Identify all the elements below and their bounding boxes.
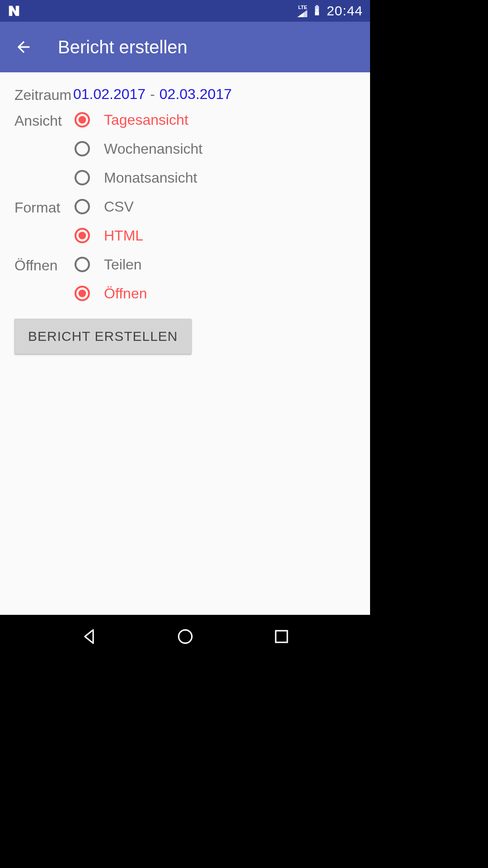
svg-point-2 [75,142,89,156]
radio-teilen[interactable]: Teilen [73,250,147,279]
ansicht-radiogroup: Tagesansicht Wochenansicht Monatsansicht [73,105,202,192]
radio-label: Tagesansicht [104,112,188,128]
date-from-link[interactable]: 01.02.2017 [73,86,145,103]
radio-unselected-icon [73,255,91,274]
form-content: Zeitraum 01.02.2017 - 02.03.2017 Ansicht… [0,72,370,367]
radio-label: CSV [104,198,134,215]
zeitraum-label: Zeitraum [14,85,69,104]
svg-point-6 [79,232,86,240]
svg-point-4 [75,200,89,213]
svg-point-9 [79,290,86,297]
status-left [7,4,21,18]
radio-label: HTML [104,227,143,244]
date-to-link[interactable]: 02.03.2017 [160,86,232,103]
nav-home-icon[interactable] [172,623,199,650]
ansicht-label: Ansicht [14,105,69,129]
lte-label: LTE [298,5,307,10]
svg-point-7 [75,258,89,271]
nav-recent-icon[interactable] [268,623,295,650]
radio-label: Teilen [104,256,142,273]
system-nav-bar [0,615,370,658]
back-arrow-icon[interactable] [14,38,33,56]
format-radiogroup: CSV HTML [73,192,143,250]
page-title: Bericht erstellen [58,37,188,57]
offnen-section: Öffnen Teilen Öffnen [14,250,356,308]
format-label: Format [14,192,69,216]
radio-unselected-icon [73,140,91,158]
radio-csv[interactable]: CSV [73,192,143,221]
radio-offnen[interactable]: Öffnen [73,279,147,308]
status-bar: LTE 20:44 [0,0,370,22]
radio-selected-icon [73,284,91,302]
offnen-label: Öffnen [14,250,69,274]
radio-unselected-icon [73,169,91,187]
battery-icon [311,4,323,18]
svg-point-10 [178,630,192,643]
svg-rect-11 [276,631,287,642]
svg-point-1 [79,116,86,124]
radio-monatsansicht[interactable]: Monatsansicht [73,163,202,192]
nav-back-icon[interactable] [75,623,103,650]
zeitraum-row: Zeitraum 01.02.2017 - 02.03.2017 [14,85,356,104]
radio-label: Wochenansicht [104,141,202,157]
radio-label: Monatsansicht [104,170,197,186]
radio-selected-icon [73,111,91,129]
offnen-radiogroup: Teilen Öffnen [73,250,147,308]
svg-point-3 [75,171,89,184]
radio-html[interactable]: HTML [73,221,143,250]
network-lte-icon: LTE [297,5,307,17]
status-time: 20:44 [327,3,363,19]
n-logo-icon [7,4,21,18]
format-section: Format CSV HTML [14,192,356,250]
radio-wochenansicht[interactable]: Wochenansicht [73,134,202,163]
app-bar: Bericht erstellen [0,22,370,72]
status-right: LTE 20:44 [297,3,363,19]
create-report-button[interactable]: BERICHT ERSTELLEN [14,319,192,354]
date-separator: - [150,86,155,103]
radio-label: Öffnen [104,285,147,302]
radio-unselected-icon [73,198,91,216]
ansicht-section: Ansicht Tagesansicht Wochenansicht [14,105,356,192]
radio-selected-icon [73,226,91,245]
radio-tagesansicht[interactable]: Tagesansicht [73,105,202,134]
